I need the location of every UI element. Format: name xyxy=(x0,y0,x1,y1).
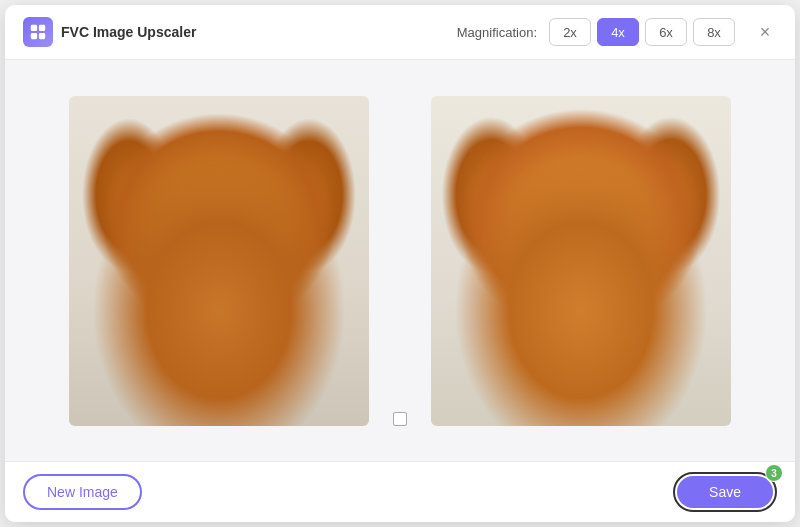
save-badge: 3 xyxy=(765,464,783,482)
bottom-bar: New Image 3 Save xyxy=(5,461,795,522)
title-bar: FVC Image Upscaler Magnification: 2x 4x … xyxy=(5,5,795,60)
app-logo-icon xyxy=(29,23,47,41)
app-title: FVC Image Upscaler xyxy=(61,24,196,40)
svg-rect-2 xyxy=(31,33,37,39)
original-dog-image xyxy=(69,96,369,426)
magnification-label: Magnification: xyxy=(457,25,537,40)
new-image-button[interactable]: New Image xyxy=(23,474,142,510)
mag-btn-6x[interactable]: 6x xyxy=(645,18,687,46)
svg-rect-3 xyxy=(39,33,45,39)
svg-rect-1 xyxy=(39,25,45,31)
app-window: FVC Image Upscaler Magnification: 2x 4x … xyxy=(5,5,795,522)
save-button[interactable]: Save xyxy=(677,476,773,508)
close-button[interactable]: × xyxy=(753,20,777,44)
original-image-panel xyxy=(69,96,369,426)
drag-handle[interactable] xyxy=(393,412,407,426)
divider-area xyxy=(393,96,407,426)
mag-btn-4x[interactable]: 4x xyxy=(597,18,639,46)
save-area: 3 Save xyxy=(673,472,777,512)
mag-btn-2x[interactable]: 2x xyxy=(549,18,591,46)
enhanced-image-panel xyxy=(431,96,731,426)
svg-rect-0 xyxy=(31,25,37,31)
mag-btn-8x[interactable]: 8x xyxy=(693,18,735,46)
save-wrapper: Save xyxy=(673,472,777,512)
app-logo xyxy=(23,17,53,47)
content-area xyxy=(5,60,795,461)
enhanced-dog-image xyxy=(431,96,731,426)
magnification-options: 2x 4x 6x 8x xyxy=(549,18,735,46)
